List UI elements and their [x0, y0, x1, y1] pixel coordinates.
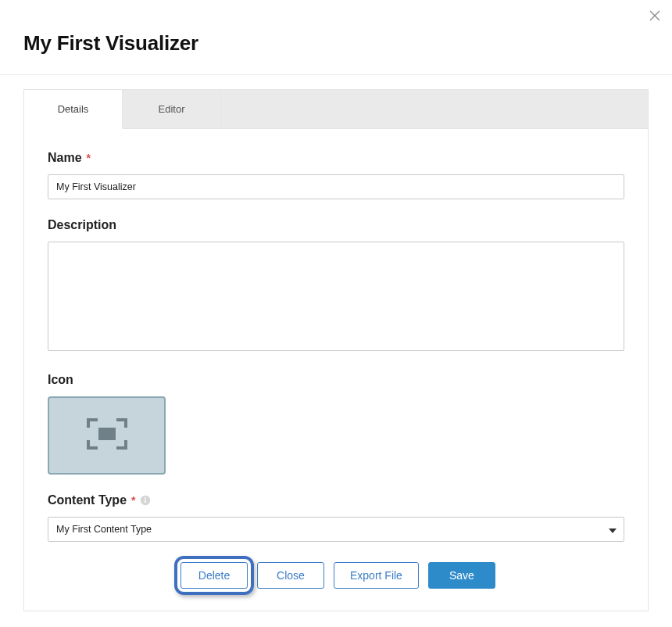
icon-label: Icon [48, 373, 624, 387]
close-icon[interactable] [649, 9, 661, 22]
content-type-select-wrap: My First Content Type [48, 517, 624, 542]
tab-details[interactable]: Details [24, 90, 123, 129]
delete-button[interactable]: Delete [181, 562, 248, 589]
fullscreen-icon [85, 417, 129, 454]
required-marker: * [87, 152, 91, 164]
icon-picker[interactable] [48, 396, 166, 475]
name-field-block: Name * [48, 151, 624, 199]
description-label-text: Description [48, 218, 116, 232]
tab-details-label: Details [58, 103, 89, 115]
content-type-field-block: Content Type * My First Content Type [48, 493, 624, 542]
save-button[interactable]: Save [428, 562, 495, 589]
export-file-button[interactable]: Export File [334, 562, 419, 589]
info-icon[interactable] [140, 495, 151, 506]
button-row: Delete Close Export File Save [48, 562, 624, 589]
content-type-select[interactable]: My First Content Type [48, 517, 624, 542]
divider [0, 74, 672, 75]
content-type-label: Content Type * [48, 493, 624, 507]
svg-rect-2 [98, 428, 116, 440]
description-input[interactable] [48, 242, 624, 351]
tab-editor-label: Editor [159, 103, 185, 115]
svg-point-5 [145, 497, 146, 499]
name-label-text: Name [48, 151, 82, 165]
tab-bar: Details Editor [24, 90, 648, 129]
svg-rect-4 [145, 500, 147, 503]
description-field-block: Description [48, 218, 624, 354]
icon-label-text: Icon [48, 373, 73, 387]
description-label: Description [48, 218, 624, 232]
name-label: Name * [48, 151, 624, 165]
required-marker: * [131, 494, 135, 507]
tab-editor[interactable]: Editor [123, 90, 221, 128]
page-title: My First Visualizer [0, 0, 672, 74]
name-input[interactable] [48, 174, 624, 199]
main-panel: Details Editor Name * Description Icon [23, 89, 649, 611]
icon-field-block: Icon [48, 373, 624, 475]
close-button[interactable]: Close [257, 562, 324, 589]
form-body: Name * Description Icon [24, 129, 648, 611]
content-type-label-text: Content Type [48, 493, 127, 507]
